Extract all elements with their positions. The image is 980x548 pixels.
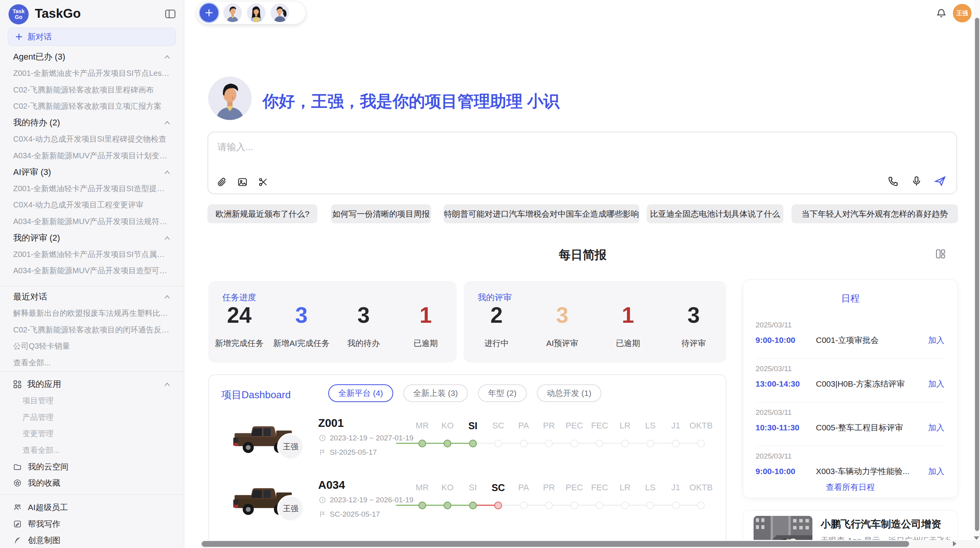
milestone-dot-todo[interactable] bbox=[621, 502, 629, 509]
milestone-dot-todo[interactable] bbox=[494, 440, 502, 447]
card-label: 任务进度 bbox=[222, 292, 256, 303]
filter-model-year[interactable]: 年型 (2) bbox=[478, 384, 527, 402]
milestone-dot-todo[interactable] bbox=[672, 502, 680, 509]
app-item-change-mgmt[interactable]: 变更管理 bbox=[8, 426, 176, 442]
section-ai-review[interactable]: AI评审 (3) bbox=[8, 164, 176, 181]
filter-powertrain[interactable]: 动总开发 (1) bbox=[537, 384, 602, 402]
task-item[interactable]: Z001-全新燃油皮卡产品开发项目SI节点Lesson Learn报告 bbox=[8, 65, 176, 82]
milestone-dot-todo[interactable] bbox=[571, 502, 578, 509]
vertical-scrollbar bbox=[974, 0, 980, 548]
section-agent-done[interactable]: Agent已办 (3) bbox=[8, 49, 176, 65]
milestone-dot-todo[interactable] bbox=[596, 502, 603, 509]
sidebar-item-creative-draw[interactable]: 创意制图 bbox=[8, 532, 176, 548]
section-my-review[interactable]: 我的评审 (2) bbox=[8, 230, 176, 247]
task-item[interactable]: A034-全新新能源MUV产品开发项目造型可行性评审 bbox=[8, 263, 176, 279]
schedule-item[interactable]: 2025/03/11 10:30-11:30 C005-整车工程目标评审 加入 bbox=[756, 408, 944, 439]
filter-new-platform[interactable]: 全新平台 (4) bbox=[328, 384, 393, 402]
image-icon[interactable] bbox=[237, 177, 248, 187]
sidebar-divider bbox=[0, 286, 184, 286]
milestone-dot-todo[interactable] bbox=[520, 502, 528, 509]
star-badge-icon bbox=[13, 479, 22, 487]
milestone-dot-done[interactable] bbox=[444, 440, 451, 447]
recent-chat-item[interactable]: 公司Q3轻卡销量 bbox=[8, 338, 176, 355]
milestone-dot-done[interactable] bbox=[418, 502, 426, 509]
scroll-right-arrow[interactable] bbox=[953, 541, 956, 546]
milestone-dot-todo[interactable] bbox=[520, 440, 528, 447]
scroll-down-arrow[interactable] bbox=[974, 536, 979, 540]
section-my-apps[interactable]: 我的应用 bbox=[8, 376, 176, 393]
chevron-up-icon bbox=[164, 236, 170, 240]
microphone-icon[interactable] bbox=[911, 175, 922, 187]
agent-avatar-1[interactable] bbox=[223, 3, 242, 22]
recent-chat-item[interactable]: C02-飞腾新能源轻客改款项目的闭环通告反馈情况 bbox=[8, 322, 176, 338]
agent-avatar-2[interactable] bbox=[247, 3, 266, 22]
suggestion-chip[interactable]: 当下年轻人对汽车外观有怎样的喜好趋势 bbox=[792, 204, 958, 223]
milestone-dot-todo[interactable] bbox=[672, 440, 680, 447]
schedule-item[interactable]: 2025/03/11 9:00-10:00 C001-立项审批会 加入 bbox=[756, 321, 944, 352]
app-item-product-mgmt[interactable]: 产品管理 bbox=[8, 409, 176, 426]
join-link[interactable]: 加入 bbox=[928, 466, 944, 477]
agent-avatar-3[interactable] bbox=[271, 3, 289, 22]
section-my-todo[interactable]: 我的待办 (2) bbox=[8, 115, 176, 131]
sidebar-item-ai-employee[interactable]: AI超级员工 bbox=[8, 499, 176, 516]
notifications-bell-icon[interactable] bbox=[936, 8, 947, 19]
task-item[interactable]: C02-飞腾新能源轻客改款项目里程碑画布 bbox=[8, 82, 176, 98]
phone-icon[interactable] bbox=[887, 175, 899, 187]
join-link[interactable]: 加入 bbox=[928, 335, 944, 346]
section-recent-chats[interactable]: 最近对话 bbox=[8, 289, 176, 305]
task-item[interactable]: Z001-全新燃油轻卡产品开发项目SI节点属性5D文件评审 bbox=[8, 246, 176, 263]
task-item[interactable]: C0X4-动力总成开发项目SI里程碑提交物检查 bbox=[8, 131, 176, 148]
sidebar-collapse-icon[interactable] bbox=[164, 8, 176, 20]
milestone-dot-todo[interactable] bbox=[646, 440, 654, 447]
recent-view-all[interactable]: 查看全部... bbox=[8, 354, 176, 371]
scissors-icon[interactable] bbox=[258, 177, 268, 187]
task-item[interactable]: C0X4-动力总成开发项目工程变更评审 bbox=[8, 197, 176, 214]
suggestion-chip[interactable]: 特朗普可能对进口汽车增税会对中国车企造成哪些影响 bbox=[444, 204, 639, 223]
recent-chat-item[interactable]: 解释最新出台的欧盟报废车法规再生塑料比例被调至15%... bbox=[8, 305, 176, 322]
milestone-dot-todo[interactable] bbox=[646, 502, 654, 509]
schedule-item[interactable]: 2025/03/11 13:00-14:30 C003|H0B-方案冻结评审 加… bbox=[756, 365, 944, 396]
vertical-scrollbar-thumb[interactable] bbox=[975, 18, 979, 531]
milestone-dot-todo[interactable] bbox=[697, 502, 705, 509]
send-icon[interactable] bbox=[934, 175, 946, 187]
milestone-dot-todo[interactable] bbox=[697, 440, 705, 447]
task-item[interactable]: C02-飞腾新能源轻客改款项目立项汇报方案 bbox=[8, 98, 176, 115]
apps-view-all[interactable]: 查看全部... bbox=[8, 442, 176, 459]
sidebar-item-favorites[interactable]: 我的收藏 bbox=[8, 475, 176, 491]
paperclip-icon[interactable] bbox=[217, 177, 227, 187]
milestone-dot-todo[interactable] bbox=[596, 440, 603, 447]
join-link[interactable]: 加入 bbox=[928, 422, 944, 433]
sidebar-item-cloud-space[interactable]: 我的云空间 bbox=[8, 459, 176, 475]
milestone-dot-todo[interactable] bbox=[621, 440, 629, 447]
project-code[interactable]: A034 bbox=[318, 479, 345, 491]
milestone-dot-done[interactable] bbox=[469, 440, 477, 447]
horizontal-scrollbar-thumb[interactable] bbox=[202, 541, 909, 547]
chat-input[interactable]: 请输入... bbox=[207, 132, 957, 194]
project-dates: 2023-12-19 ~ 2027-01-19 bbox=[319, 434, 413, 442]
task-item[interactable]: A034-全新新能源MUV产品开发项目法规符合性评审 bbox=[8, 213, 176, 230]
milestone-dot-done[interactable] bbox=[418, 440, 426, 447]
layout-grid-icon[interactable] bbox=[935, 248, 946, 259]
suggestion-chip[interactable]: 欧洲新规最近颁布了什么? bbox=[207, 204, 317, 223]
user-avatar[interactable]: 王强 bbox=[953, 4, 971, 22]
view-all-schedule-link[interactable]: 查看所有日程 bbox=[743, 482, 958, 493]
milestone-dot-overdue[interactable] bbox=[494, 502, 502, 509]
suggestion-chip[interactable]: 比亚迪全固态电池计划具体说了什么 bbox=[647, 204, 783, 223]
milestone-dot-done[interactable] bbox=[444, 502, 451, 509]
project-code[interactable]: Z001 bbox=[318, 417, 344, 430]
milestone-dot-todo[interactable] bbox=[545, 440, 553, 447]
join-link[interactable]: 加入 bbox=[928, 378, 944, 389]
sidebar-item-help-write[interactable]: 帮我写作 bbox=[8, 516, 176, 533]
new-chat-button[interactable]: 新对话 bbox=[8, 28, 176, 46]
add-agent-button[interactable] bbox=[200, 3, 218, 22]
milestone-dot-done[interactable] bbox=[469, 502, 477, 509]
filter-new-body[interactable]: 全新上装 (3) bbox=[403, 384, 468, 402]
milestone-dot-todo[interactable] bbox=[545, 502, 553, 509]
task-item[interactable]: A034-全新新能源MUV产品开发项目计划变更表编写 bbox=[8, 147, 176, 164]
milestone-dot-todo[interactable] bbox=[571, 440, 578, 447]
schedule-item[interactable]: 2025/03/11 9:00-10:00 X003-车辆动力学性能验... 加… bbox=[756, 452, 944, 483]
sidebar-task-lists: Agent已办 (3) Z001-全新燃油皮卡产品开发项目SI节点Lesson … bbox=[8, 49, 176, 279]
task-item[interactable]: Z001-全新燃油轻卡产品开发项目SI造型提交物评审 bbox=[8, 180, 176, 197]
app-item-project-mgmt[interactable]: 项目管理 bbox=[8, 393, 176, 409]
suggestion-chip[interactable]: 如何写一份清晰的项目周报 bbox=[331, 204, 431, 223]
